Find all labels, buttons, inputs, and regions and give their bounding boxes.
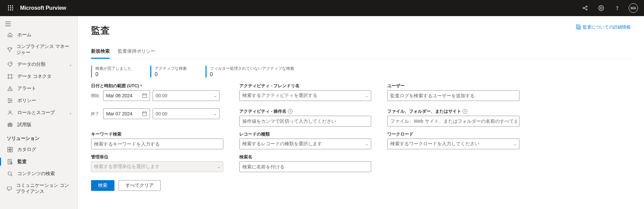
sidebar-item-policy[interactable]: ポリシー [0, 95, 77, 107]
trial-icon [7, 121, 13, 128]
calendar-icon[interactable] [142, 111, 147, 116]
svg-rect-6 [8, 9, 9, 10]
svg-rect-5 [12, 7, 13, 8]
svg-point-21 [11, 78, 12, 79]
start-date-input[interactable]: Mar 06 2024 [103, 90, 150, 101]
sidebar-item-tag[interactable]: データの分類⌄ [0, 58, 77, 70]
svg-point-29 [9, 102, 10, 103]
learn-more-link[interactable]: 監査についての詳細情報 [576, 24, 631, 30]
svg-point-43 [8, 172, 11, 175]
sidebar-item-roles[interactable]: ロールとスコープ⌄ [0, 107, 77, 119]
svg-line-42 [12, 164, 12, 164]
svg-rect-3 [8, 7, 9, 8]
user-avatar[interactable]: MA [629, 3, 638, 13]
sidebar-item-comm[interactable]: コミュニケーション コンプライアンス [0, 180, 77, 197]
svg-point-18 [8, 74, 9, 75]
file-input[interactable] [387, 116, 519, 126]
workload-label: ワークロード [387, 131, 519, 137]
svg-rect-34 [8, 147, 10, 149]
svg-rect-8 [12, 9, 13, 10]
end-label: 終了 [91, 111, 100, 117]
sidebar-item-label: 試用版 [17, 122, 31, 128]
start-time-select[interactable]: 00:00⌄ [153, 90, 220, 101]
learn-more-label: 監査についての詳細情報 [583, 24, 631, 30]
stats-row: 検索が完了しました0アクティブな検索0フィルター処理されていないアクティブな検索… [91, 66, 631, 77]
svg-rect-4 [10, 7, 11, 8]
clear-all-button[interactable]: すべてクリア [118, 180, 161, 191]
svg-line-44 [11, 175, 12, 176]
sidebar: ホームコンプライアンス マネージャーデータの分類⌄データ コネクタアラートポリシ… [0, 16, 78, 209]
help-icon[interactable] [609, 0, 625, 16]
users-label: ユーザー [387, 83, 519, 89]
end-time-select[interactable]: 00:00⌄ [153, 108, 220, 119]
workload-select[interactable]: 検索するワークロードを入力してください⌄ [387, 139, 519, 149]
sidebar-item-label: カタログ [17, 147, 36, 153]
sidebar-item-catalog[interactable]: カタログ [0, 144, 77, 156]
sidebar-section-solutions: ソリューション [0, 131, 77, 144]
info-icon[interactable]: i [288, 109, 293, 114]
svg-point-9 [583, 7, 584, 9]
share-icon[interactable] [577, 0, 593, 16]
menu-toggle-icon[interactable] [0, 19, 77, 29]
sidebar-item-label: アラート [17, 86, 36, 92]
svg-point-27 [9, 99, 10, 100]
keyword-label: キーワード検索 [91, 131, 223, 137]
page-title: 監査 [91, 24, 110, 37]
keyword-input[interactable] [91, 139, 223, 149]
stat-card: アクティブな検索0 [150, 66, 187, 77]
sidebar-item-label: データの分類 [17, 61, 46, 67]
settings-icon[interactable] [593, 0, 609, 16]
tab[interactable]: 新規検索 [91, 45, 110, 59]
end-date-input[interactable]: Mar 07 2024 [103, 108, 150, 119]
stat-value: 0 [210, 71, 294, 77]
svg-rect-0 [8, 5, 9, 6]
record-type-select[interactable]: 検索するレコードの種類を選択します⌄ [239, 139, 372, 149]
policy-icon [7, 97, 13, 104]
svg-point-12 [600, 7, 602, 9]
svg-rect-33 [10, 124, 11, 126]
sidebar-item-connector[interactable]: データ コネクタ [0, 70, 77, 83]
sidebar-item-home[interactable]: ホーム [0, 29, 77, 41]
search-button[interactable]: 検索 [91, 180, 114, 191]
activity-friendly-label: アクティビティ - フレンドリ名 [239, 83, 372, 89]
stat-value: 0 [95, 71, 132, 77]
sidebar-item-search[interactable]: コンテンツの検索 [0, 168, 77, 180]
home-icon [7, 32, 13, 38]
tab[interactable]: 監査保持ポリシー [118, 45, 155, 59]
trophy-icon [7, 46, 12, 53]
sidebar-item-trophy[interactable]: コンプライアンス マネージャー [0, 41, 77, 58]
users-input[interactable] [387, 90, 519, 101]
sidebar-item-alert[interactable]: アラート [0, 83, 77, 95]
svg-point-23 [10, 90, 10, 90]
sidebar-item-trial[interactable]: 試用版 [0, 119, 77, 131]
calendar-icon[interactable] [142, 93, 147, 98]
svg-point-10 [586, 6, 587, 7]
chevron-down-icon: ⌄ [69, 111, 72, 115]
tag-icon [7, 61, 13, 68]
stat-label: 検索が完了しました [95, 66, 132, 71]
date-range-label: 日付と時刻の範囲 (UTC)* [91, 83, 223, 89]
chevron-down-icon: ⌄ [69, 62, 72, 67]
audit-icon [7, 158, 13, 165]
main-content: 監査 監査についての詳細情報 新規検索監査保持ポリシー 検索が完了しました0アク… [78, 16, 644, 209]
svg-rect-35 [10, 147, 12, 149]
activity-friendly-select[interactable]: 検索するアクティビティを選択する⌄ [239, 90, 372, 101]
svg-point-20 [8, 78, 9, 79]
svg-rect-32 [9, 124, 10, 126]
sidebar-item-audit[interactable]: 監査 [0, 156, 77, 168]
activity-op-label: アクティビティ - 操作名i [239, 108, 372, 114]
info-icon[interactable]: i [463, 109, 467, 114]
stat-label: アクティブな検索 [155, 66, 187, 71]
search-icon [7, 170, 13, 177]
search-name-input[interactable] [239, 161, 372, 172]
stat-value: 0 [155, 71, 187, 77]
svg-point-19 [11, 74, 12, 75]
catalog-icon [7, 146, 13, 153]
svg-rect-49 [143, 94, 147, 98]
activity-op-input[interactable] [239, 116, 372, 126]
admin-unit-select: 検索する管理単位を選択します⌄ [91, 161, 223, 172]
app-launcher-icon[interactable] [3, 0, 19, 16]
brand-title: Microsoft Purview [20, 5, 66, 11]
global-header: Microsoft Purview MA [0, 0, 644, 16]
stat-card: フィルター処理されていないアクティブな検索0 [206, 66, 294, 77]
